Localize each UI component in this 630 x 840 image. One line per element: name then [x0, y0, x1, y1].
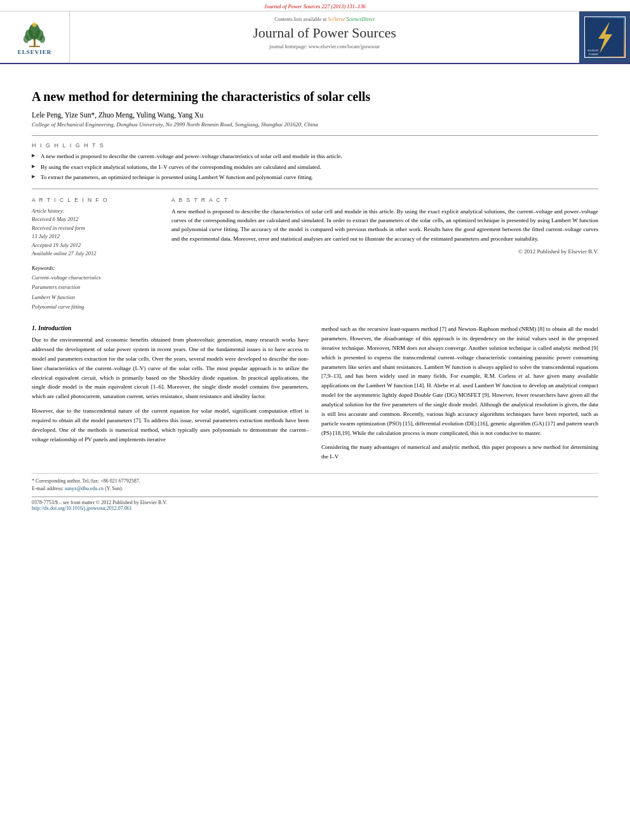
elsevier-wordmark: ELSEVIER: [18, 49, 52, 55]
abstract-col: A B S T R A C T A new method is proposed…: [171, 197, 598, 312]
body-left-col: 1. Introduction Due to the environmental…: [32, 324, 309, 467]
email-suffix: (Y. Sun).: [105, 486, 123, 491]
keywords-heading: Keywords:: [32, 265, 159, 271]
highlights-label: H I G H L I G H T S: [32, 142, 598, 149]
email-note: E-mail address: sunyz@dhu.edu.cn (Y. Sun…: [32, 485, 598, 493]
divider-1: [32, 135, 598, 136]
keyword-2: Parameters extraction: [32, 283, 159, 292]
keyword-4: Polynomial curve fitting: [32, 302, 159, 312]
keywords-list: Current–voltage characteristics Paramete…: [32, 273, 159, 312]
footer-section: * Corresponding author. Tel./fax: +86 02…: [32, 473, 598, 493]
svg-rect-6: [29, 46, 40, 47]
sciverse-link: Contents lists available at SciVerse Sci…: [76, 17, 573, 22]
elsevier-logo: ELSEVIER: [17, 19, 52, 55]
body-right-col: method such as the recursive least-squar…: [321, 324, 598, 467]
article-info-abstract: A R T I C L E I N F O Article history: R…: [32, 197, 598, 312]
intro-paragraph-2: However, due to the transcendental natur…: [32, 406, 309, 444]
highlight-item-2: By using the exact explicit analytical s…: [32, 163, 598, 172]
article-info-col: A R T I C L E I N F O Article history: R…: [32, 197, 159, 312]
elsevier-tree-icon: [17, 19, 52, 48]
corresponding-note: * Corresponding author. Tel./fax: +86 02…: [32, 477, 598, 485]
divider-2: [32, 189, 598, 189]
journal-header: ELSEVIER Contents lists available at Sci…: [0, 11, 630, 64]
abstract-text: A new method is proposed to describe the…: [171, 207, 598, 244]
sciencedirect-text: ScienceDirect: [346, 17, 375, 22]
journal-homepage: journal homepage: www.elsevier.com/locat…: [76, 44, 573, 50]
journal-logo-box: POWER SOURCES: [584, 17, 626, 58]
svg-point-5: [39, 35, 45, 43]
svg-text:POWER: POWER: [589, 53, 598, 56]
history-revised-label: Received in revised form: [32, 225, 85, 231]
journal-banner: Journal of Power Sources 227 (2013) 131–…: [0, 0, 630, 11]
journal-logo-graphic: POWER SOURCES: [586, 18, 624, 57]
footer-bottom: 0378-7753/$ – see front matter © 2012 Pu…: [32, 497, 598, 511]
keywords-section: Keywords: Current–voltage characteristic…: [32, 265, 159, 312]
email-address: sunyz@dhu.edu.cn: [65, 486, 104, 491]
history-heading: Article history:: [32, 207, 159, 216]
keyword-1: Current–voltage characteristics: [32, 273, 159, 283]
authors-line: Lele Peng, Yize Sun*, Zhuo Meng, Yuling …: [32, 111, 598, 119]
journal-logo-section: POWER SOURCES: [579, 11, 630, 63]
intro-paragraph-1: Due to the environmental and economic be…: [32, 335, 309, 401]
main-content: A new method for determining the charact…: [0, 64, 630, 524]
intro-right-para-2: Considering the many advantages of numer…: [321, 443, 598, 462]
svg-point-4: [23, 35, 29, 43]
abstract-label: A B S T R A C T: [171, 197, 598, 203]
elsevier-logo-section: ELSEVIER: [0, 11, 70, 63]
copyright-line: © 2012 Published by Elsevier B.V.: [171, 248, 598, 255]
svg-point-7: [32, 22, 36, 27]
keyword-3: Lambert W function: [32, 293, 159, 302]
sciverse-text: SciVerse: [328, 17, 346, 22]
intro-right-para-1: method such as the recursive least-squar…: [321, 324, 598, 437]
article-history: Article history: Received 6 May 2012 Rec…: [32, 207, 159, 259]
body-content: 1. Introduction Due to the environmental…: [32, 324, 598, 467]
history-revised-date: 13 July 2012: [32, 233, 60, 239]
affiliation: College of Mechanical Engineering, Dongh…: [32, 121, 598, 128]
highlight-item-3: To extract the parameters, an optimized …: [32, 173, 598, 182]
history-online: Available online 27 July 2012: [32, 250, 97, 257]
article-title: A new method for determining the charact…: [32, 88, 598, 105]
author-list: Lele Peng, Yize Sun*, Zhuo Meng, Yuling …: [32, 111, 203, 119]
journal-reference: Journal of Power Sources 227 (2013) 131–…: [264, 3, 366, 10]
history-accepted: Accepted 19 July 2012: [32, 242, 81, 248]
journal-info-center: Contents lists available at SciVerse Sci…: [70, 11, 579, 63]
intro-title: 1. Introduction: [32, 324, 309, 331]
highlight-item-1: A new method is proposed to describe the…: [32, 152, 598, 161]
highlights-section: H I G H L I G H T S A new method is prop…: [32, 142, 598, 182]
journal-title: Journal of Power Sources: [76, 25, 573, 41]
svg-text:SOURCES: SOURCES: [587, 50, 599, 52]
history-received: Received 6 May 2012: [32, 216, 78, 222]
doi-line: http://dx.doi.org/10.1016/j.jpowsour.201…: [32, 505, 598, 511]
issn-line: 0378-7753/$ – see front matter © 2012 Pu…: [32, 500, 598, 505]
article-info-label: A R T I C L E I N F O: [32, 197, 159, 203]
